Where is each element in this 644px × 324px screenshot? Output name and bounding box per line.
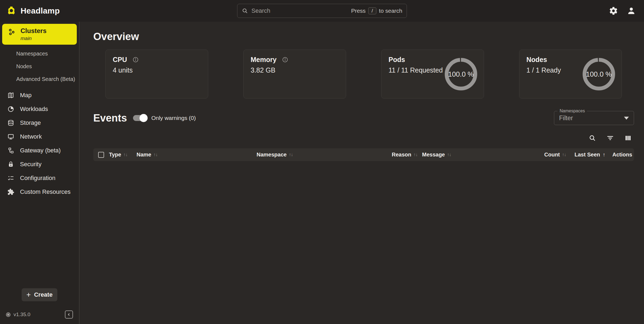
workloads-icon	[7, 106, 15, 113]
sidebar-subitems: Namespaces Nodes Advanced Search (Beta)	[0, 47, 79, 86]
sidebar-item-label: Custom Resources	[20, 188, 71, 195]
column-header-last-seen[interactable]: Last Seen ↑	[575, 152, 612, 158]
namespaces-filter-label: Namespaces	[557, 109, 587, 113]
sidebar-item-label: Workloads	[20, 106, 48, 113]
card-title: Nodes	[526, 56, 547, 64]
namespaces-filter-select[interactable]: Namespaces Filter	[554, 111, 634, 125]
filter-icon	[606, 134, 614, 142]
overview-cards: CPU 4 units Memory	[93, 50, 634, 99]
column-header-type[interactable]: Type ↑↓	[109, 152, 137, 158]
main-content: Overview CPU 4 units Mem	[79, 22, 644, 324]
column-header-reason[interactable]: Reason ↑↓	[392, 152, 422, 158]
column-label: Count	[544, 152, 560, 158]
sidebar-item-storage[interactable]: Storage	[0, 116, 79, 130]
cluster-name: main	[21, 35, 47, 41]
card-title: Pods	[389, 56, 405, 64]
column-label: Reason	[392, 152, 411, 158]
sidebar-item-map[interactable]: Map	[0, 88, 79, 102]
sidebar-item-label: Storage	[20, 119, 41, 126]
card-value: 3.82 GB	[251, 66, 339, 74]
only-warnings-label: Only warnings (0)	[151, 115, 196, 121]
sidebar-bottom: v1.35.0	[0, 301, 79, 324]
namespaces-filter-value: Filter	[559, 114, 573, 122]
to-search-label: to search	[379, 8, 402, 14]
settings-button[interactable]	[609, 6, 618, 15]
sidebar-item-label: Configuration	[20, 175, 55, 182]
pods-donut-chart: 100.0 %	[444, 57, 478, 91]
card-value: 4 units	[113, 66, 201, 74]
network-icon	[7, 133, 15, 140]
column-label: Name	[137, 152, 151, 158]
brand-name: Headlamp	[21, 6, 60, 15]
only-warnings-toggle[interactable]	[133, 115, 146, 121]
sidebar-item-security[interactable]: Security	[0, 157, 79, 171]
sort-icon: ↑↓	[123, 152, 127, 158]
table-columns-button[interactable]	[624, 134, 632, 142]
column-header-message[interactable]: Message ↑↓	[422, 152, 544, 158]
user-account-button[interactable]	[627, 6, 636, 15]
nodes-donut-chart: 100.0 %	[582, 57, 616, 91]
global-search[interactable]: Press / to search	[237, 4, 407, 18]
sidebar-item-clusters[interactable]: Clusters main	[2, 24, 77, 45]
sidebar-nav: Map Workloads	[0, 88, 79, 199]
sidebar-item-label: Security	[20, 161, 41, 168]
topbar: Headlamp Press / to search	[0, 0, 644, 22]
create-button[interactable]: + Create	[22, 288, 57, 301]
columns-icon	[624, 134, 632, 142]
plus-icon: +	[26, 291, 31, 299]
memory-card: Memory 3.82 GB	[243, 50, 346, 99]
page-title: Overview	[93, 31, 634, 42]
sidebar-item-network[interactable]: Network	[0, 130, 79, 143]
lock-icon	[7, 161, 15, 168]
nodes-card: Nodes 1 / 1 Ready 100.0 %	[519, 50, 622, 99]
sidebar-item-label: Network	[20, 133, 42, 140]
table-search-button[interactable]	[589, 134, 596, 142]
chevron-left-icon	[67, 312, 71, 317]
sidebar-item-namespaces[interactable]: Namespaces	[0, 47, 79, 60]
toggle-knob	[140, 114, 148, 122]
sidebar-item-gateway[interactable]: Gateway (beta)	[0, 143, 79, 157]
press-label: Press	[351, 8, 366, 14]
sort-ascending-icon: ↑	[603, 152, 605, 158]
table-filter-button[interactable]	[606, 134, 614, 142]
sidebar-item-configuration[interactable]: Configuration	[0, 171, 79, 185]
sidebar-spacer	[0, 199, 79, 288]
gear-icon	[609, 6, 618, 15]
column-label: Actions	[612, 152, 632, 158]
clusters-icon	[8, 28, 16, 41]
storage-icon	[7, 119, 15, 126]
info-icon[interactable]	[282, 57, 288, 63]
headlamp-app: Headlamp Press / to search	[0, 0, 644, 324]
sort-icon: ↑↓	[153, 152, 157, 158]
brand: Headlamp	[6, 5, 60, 16]
column-label: Type	[109, 152, 121, 158]
column-header-namespace[interactable]: Namespace ↑↓	[257, 152, 392, 158]
sidebar-item-workloads[interactable]: Workloads	[0, 102, 79, 116]
puzzle-icon	[7, 188, 15, 195]
info-icon[interactable]	[132, 57, 139, 63]
sidebar-item-clusters-text: Clusters main	[21, 27, 47, 41]
version-label: v1.35.0	[14, 312, 30, 318]
slash-key: /	[368, 7, 376, 14]
search-input[interactable]	[251, 7, 351, 14]
kubernetes-icon	[5, 312, 11, 318]
events-table-header: Type ↑↓ Name ↑↓ Namespace ↑↓ Reason ↑↓ M…	[93, 148, 634, 161]
sidebar: Clusters main Namespaces Nodes Advanced …	[0, 22, 79, 324]
column-label: Last Seen	[575, 152, 600, 158]
topbar-actions	[609, 6, 636, 15]
sidebar-item-advanced-search[interactable]: Advanced Search (Beta)	[0, 73, 79, 86]
column-header-name[interactable]: Name ↑↓	[137, 152, 257, 158]
column-header-count[interactable]: Count ↑↓	[544, 152, 575, 158]
donut-percentage: 100.0 %	[444, 57, 478, 91]
select-all-checkbox[interactable]	[98, 152, 104, 158]
events-title: Events	[93, 112, 127, 124]
checklist-icon	[7, 175, 15, 182]
sort-icon: ↑↓	[562, 152, 566, 158]
sidebar-item-custom-resources[interactable]: Custom Resources	[0, 185, 79, 199]
sidebar-item-nodes[interactable]: Nodes	[0, 60, 79, 73]
headlamp-logo-icon	[6, 5, 17, 16]
sidebar-collapse-button[interactable]	[65, 310, 73, 319]
cpu-card: CPU 4 units	[105, 50, 208, 99]
person-icon	[627, 6, 636, 15]
column-header-actions: Actions	[612, 152, 634, 158]
